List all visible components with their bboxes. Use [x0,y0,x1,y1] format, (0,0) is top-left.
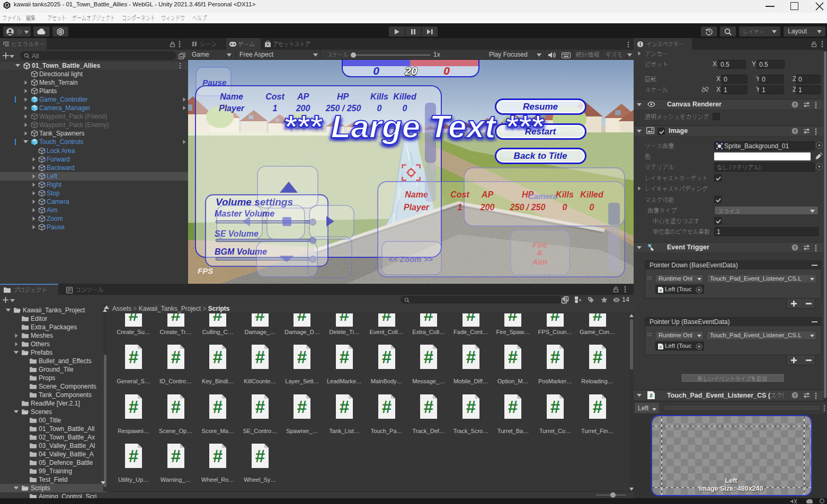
svg-text:#: # [381,397,391,417]
svg-text:#: # [550,347,560,367]
svg-text:#: # [660,345,662,349]
svg-text:#: # [297,397,307,417]
svg-text:#: # [592,347,602,367]
svg-text:#: # [171,347,180,367]
svg-text:#: # [297,313,307,325]
svg-text:#: # [129,397,138,417]
svg-text:#: # [255,347,265,367]
svg-text:?: ? [794,102,797,107]
svg-text:#: # [171,446,180,466]
svg-text:#: # [466,397,476,417]
svg-text:#: # [213,446,223,466]
svg-text:#: # [255,446,265,466]
svg-text:#: # [213,397,223,417]
svg-text:#: # [297,347,307,367]
svg-text:#: # [213,313,223,325]
svg-text:#: # [592,313,602,325]
svg-text:#: # [424,347,433,367]
svg-text:#: # [129,446,138,466]
svg-text:#: # [660,288,662,293]
svg-text:#: # [424,313,433,325]
svg-text:#: # [508,313,518,325]
svg-text:#: # [381,313,391,325]
svg-text:#: # [340,397,349,417]
svg-text:#: # [592,397,602,417]
svg-text:#: # [129,347,138,367]
svg-text:#: # [650,393,653,399]
svg-text:?: ? [794,245,797,250]
svg-text:#: # [550,397,560,417]
svg-text:#: # [424,397,433,417]
svg-text:#: # [171,313,180,325]
svg-text:#: # [340,347,349,367]
svg-text:#: # [340,313,349,325]
svg-text:#: # [381,347,391,367]
svg-text:#: # [255,313,265,325]
svg-text:#: # [129,313,138,325]
svg-text:#: # [508,397,518,417]
svg-text:#: # [508,347,518,367]
svg-text:#: # [466,313,476,325]
svg-text:?: ? [794,129,797,134]
svg-text:#: # [213,347,223,367]
svg-text:#: # [466,347,476,367]
svg-text:?: ? [794,393,797,398]
svg-text:#: # [171,397,180,417]
svg-text:#: # [255,397,265,417]
svg-text:#: # [550,313,560,325]
